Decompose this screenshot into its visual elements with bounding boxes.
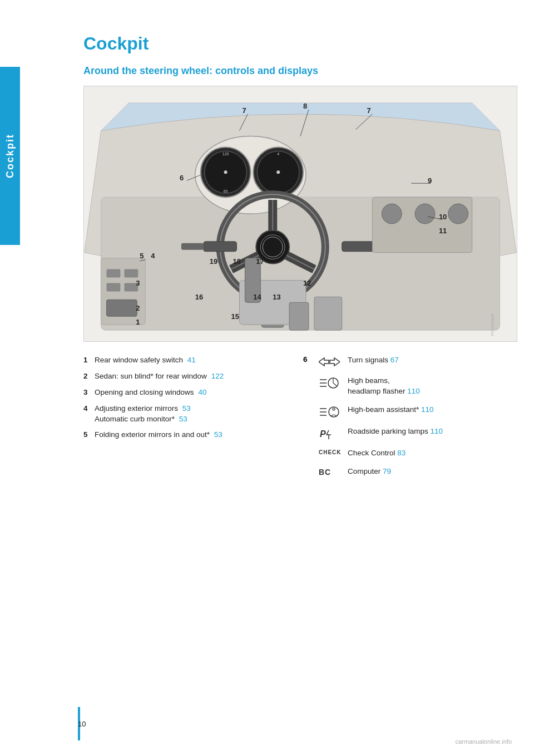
item-2-text: Sedan: sun blind* for rear window 122	[95, 371, 281, 382]
left-column: 1 Rear window safety switch 41 2 Sedan: …	[83, 355, 281, 493]
svg-rect-32	[107, 269, 121, 278]
svg-text:14: 14	[253, 293, 261, 301]
svg-text:17: 17	[256, 257, 264, 266]
high-beam-assist-ref: 110	[421, 405, 434, 414]
high-beam-assist-icon	[319, 405, 340, 419]
section-title: Around the steering wheel: controls and …	[83, 65, 501, 77]
svg-rect-30	[314, 297, 342, 330]
parking-lamps-row: P Roadside parking lamps 110	[319, 426, 443, 440]
svg-text:19: 19	[210, 257, 217, 266]
svg-point-5	[224, 170, 228, 174]
svg-text:PVVXAEB00: PVVXAEB00	[491, 313, 495, 336]
svg-rect-26	[342, 242, 375, 252]
svg-text:120: 120	[222, 152, 229, 156]
svg-text:12: 12	[303, 279, 311, 287]
page-number: 10	[78, 720, 86, 728]
svg-text:3: 3	[136, 279, 140, 287]
svg-rect-29	[289, 302, 309, 330]
item-1-text: Rear window safety switch 41	[95, 355, 281, 366]
bc-label: BC	[319, 467, 331, 478]
computer-ref: 79	[383, 467, 391, 475]
high-beam-assist-icon-cell	[319, 405, 348, 419]
item-3: 3 Opening and closing windows 40	[83, 387, 281, 398]
svg-text:16: 16	[195, 293, 203, 301]
svg-text:4: 4	[151, 252, 155, 260]
svg-text:10: 10	[439, 213, 447, 221]
item-4-text: Adjusting exterior mirrors 53 Automatic …	[95, 404, 281, 425]
high-beam-icon	[319, 376, 340, 390]
turn-signal-icon	[319, 356, 340, 368]
svg-rect-33	[124, 269, 138, 278]
sidebar-tab: Cockpit	[0, 67, 20, 245]
svg-marker-71	[330, 358, 340, 366]
svg-marker-70	[319, 358, 329, 366]
svg-text:5: 5	[140, 252, 144, 260]
item-1-ref: 41	[187, 356, 196, 364]
svg-point-80	[333, 408, 335, 410]
high-beam-icon-cell	[319, 376, 348, 390]
item-1: 1 Rear window safety switch 41	[83, 355, 281, 366]
svg-text:11: 11	[439, 227, 447, 235]
item-2-ref: 122	[211, 372, 224, 380]
parking-text: Roadside parking lamps 110	[348, 426, 443, 437]
sidebar-label: Cockpit	[4, 134, 16, 178]
high-beam-text: High beams,headlamp flasher 110	[348, 376, 443, 397]
content-columns: 1 Rear window safety switch 41 2 Sedan: …	[83, 355, 501, 493]
high-beam-ref: 110	[407, 387, 420, 395]
turn-signal-row: Turn signals 67	[319, 355, 443, 368]
right-column: 6 Turn signals 67	[303, 355, 501, 493]
svg-text:6: 6	[180, 174, 184, 182]
svg-text:9: 9	[428, 176, 432, 185]
item-4-num: 4	[83, 404, 95, 414]
item-1-num: 1	[83, 355, 95, 366]
svg-point-15	[260, 235, 285, 259]
svg-rect-25	[181, 243, 204, 250]
item-4: 4 Adjusting exterior mirrors 53 Automati…	[83, 404, 281, 425]
turn-signal-ref: 67	[390, 356, 399, 364]
svg-text:13: 13	[273, 293, 280, 301]
check-control-row: CHECK Check Control 83	[319, 448, 443, 459]
check-icon-cell: CHECK	[319, 448, 348, 456]
svg-point-79	[329, 407, 339, 417]
svg-rect-36	[107, 300, 137, 316]
item-3-num: 3	[83, 387, 95, 398]
svg-rect-34	[107, 283, 121, 291]
svg-text:60: 60	[224, 189, 228, 193]
svg-text:8: 8	[303, 102, 307, 110]
turn-signal-text: Turn signals 67	[348, 355, 443, 366]
item-3-text: Opening and closing windows 40	[95, 387, 281, 398]
item-4b-ref: 53	[179, 415, 187, 423]
svg-text:4: 4	[277, 152, 279, 156]
item-5: 5 Folding exterior mirrors in and out* 5…	[83, 430, 281, 440]
item-5-text: Folding exterior mirrors in and out* 53	[95, 430, 281, 440]
bc-icon-cell: BC	[319, 467, 348, 478]
check-control-text: Check Control 83	[348, 448, 443, 459]
computer-text: Computer 79	[348, 467, 443, 477]
computer-row: BC Computer 79	[319, 467, 443, 478]
svg-text:P: P	[320, 429, 326, 439]
page-title: Cockpit	[83, 33, 501, 54]
turn-signal-icon-cell	[319, 355, 348, 368]
svg-text:1: 1	[136, 318, 140, 326]
high-beam-row: High beams,headlamp flasher 110	[319, 376, 443, 397]
cockpit-diagram: 120 60 4	[83, 86, 517, 342]
svg-text:7: 7	[242, 106, 246, 115]
svg-rect-24	[204, 242, 237, 252]
parking-icon-cell: P	[319, 426, 348, 440]
watermark: carmanualonline.info	[455, 738, 512, 745]
item-5-ref: 53	[214, 430, 222, 439]
item-2: 2 Sedan: sun blind* for rear window 122	[83, 371, 281, 382]
item-4-ref: 53	[182, 404, 191, 413]
section-6-num: 6	[303, 355, 314, 364]
svg-point-40	[415, 204, 435, 224]
svg-text:18: 18	[233, 257, 241, 266]
item-5-num: 5	[83, 430, 95, 440]
svg-text:15: 15	[231, 312, 239, 321]
check-label: CHECK	[319, 449, 342, 456]
item-3-ref: 40	[198, 388, 206, 396]
svg-text:7: 7	[367, 106, 370, 115]
parking-icon: P	[319, 427, 340, 440]
svg-text:2: 2	[136, 304, 140, 312]
parking-ref: 110	[431, 427, 443, 435]
svg-point-39	[382, 204, 402, 224]
